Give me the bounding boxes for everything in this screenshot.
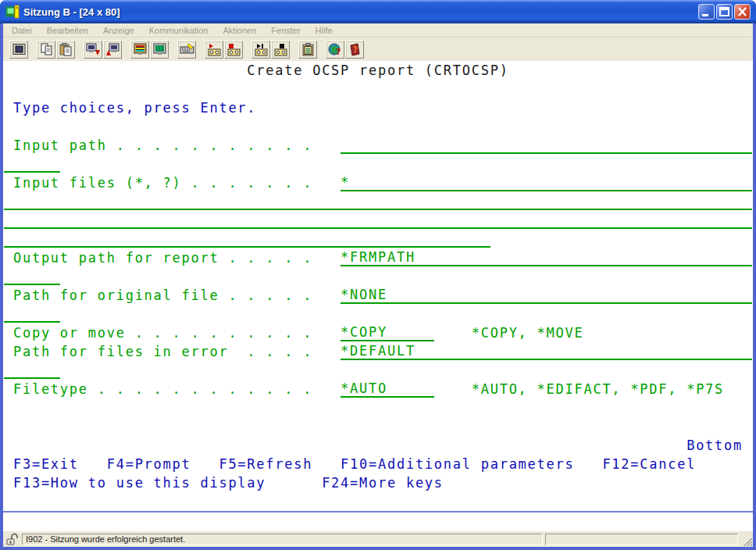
terminal-text: Create OCSP report (CRTOCSP) xyxy=(247,61,508,80)
minimize-button[interactable] xyxy=(698,4,715,20)
display-setup-icon xyxy=(133,43,148,56)
terminal-text: Input files (*, ?) . . . . . . . xyxy=(13,173,312,192)
clipboard-button[interactable] xyxy=(298,41,317,59)
terminal-input-field[interactable] xyxy=(341,136,752,154)
quit-record-button[interactable] xyxy=(224,41,243,59)
paste-icon xyxy=(59,43,73,56)
status-secondary-panel xyxy=(545,534,738,545)
send-file-button[interactable] xyxy=(84,41,102,59)
terminal-screen[interactable]: Create OCSP report (CRTOCSP)Type choices… xyxy=(3,61,753,511)
toolbar: ? ? xyxy=(3,38,753,61)
svg-text:?: ? xyxy=(336,47,341,56)
window-border-right xyxy=(753,23,756,547)
terminal-text: Input path . . . . . . . . . . . xyxy=(13,136,312,155)
display-session-button[interactable] xyxy=(150,41,169,59)
help-button[interactable]: ? xyxy=(345,41,364,59)
receive-file-icon xyxy=(105,43,120,56)
stop-macro-icon xyxy=(273,43,288,56)
record-macro-button[interactable] xyxy=(205,41,223,59)
web-help-icon: ? xyxy=(328,43,343,56)
keyboard-setup-icon xyxy=(180,43,194,56)
print-screen-icon xyxy=(12,43,27,56)
minimize-icon xyxy=(700,5,713,18)
terminal-input-field[interactable] xyxy=(4,155,60,173)
status-message-panel: I902 - Sitzung wurde erfolgreich gestart… xyxy=(22,534,543,545)
quit-record-icon xyxy=(226,43,241,56)
session-window: Sitzung B - [24 x 80] DateiBearbeitenAnz… xyxy=(0,0,756,550)
oia-area xyxy=(3,512,753,531)
close-icon xyxy=(736,5,749,18)
menu-item-hilfe[interactable]: Hilfe xyxy=(316,26,333,35)
terminal-text: Type choices, press Enter. xyxy=(13,98,256,117)
terminal-text: *AUTO, *EDIFACT, *PDF, *P7S xyxy=(472,380,724,398)
terminal-input-field[interactable] xyxy=(4,230,490,248)
window-border-bottom xyxy=(0,547,756,550)
title-bar[interactable]: Sitzung B - [24 x 80] xyxy=(0,0,756,23)
terminal-text: Bottom xyxy=(686,436,743,455)
close-button[interactable] xyxy=(734,4,751,20)
menu-item-bearbeiten[interactable]: Bearbeiten xyxy=(47,26,88,35)
play-macro-button[interactable] xyxy=(251,41,270,59)
terminal-input-field[interactable]: * xyxy=(341,173,752,191)
terminal-input-field[interactable] xyxy=(4,267,60,285)
resize-grip[interactable] xyxy=(743,537,753,547)
maximize-button[interactable] xyxy=(716,4,733,20)
terminal-input-field[interactable] xyxy=(4,305,60,323)
play-macro-icon xyxy=(254,43,269,56)
unlocked-padlock-icon xyxy=(5,533,20,545)
terminal-input-field[interactable] xyxy=(4,361,60,379)
terminal-text: Path for original file . . . . . xyxy=(13,286,312,305)
copy-button[interactable] xyxy=(37,41,55,59)
keyboard-setup-button[interactable] xyxy=(177,41,196,59)
menu-item-datei[interactable]: Datei xyxy=(12,26,32,35)
session-app-icon xyxy=(5,5,20,19)
window-border-left xyxy=(0,23,3,547)
terminal-text: F13=How to use this display F24=More key… xyxy=(13,473,444,492)
print-screen-button[interactable] xyxy=(9,41,28,59)
terminal-text: Copy or move . . . . . . . . . . xyxy=(13,323,312,342)
send-file-icon xyxy=(86,43,101,56)
status-message: I902 - Sitzung wurde erfolgreich gestart… xyxy=(26,534,185,544)
window-title: Sitzung B - [24 x 80] xyxy=(23,6,120,18)
help-icon: ? xyxy=(348,43,362,56)
menu-item-kommunikation[interactable]: Kommunikation xyxy=(149,26,209,35)
display-session-icon xyxy=(152,43,167,56)
terminal-input-field[interactable]: *NONE xyxy=(341,286,752,304)
menu-item-anzeige[interactable]: Anzeige xyxy=(103,26,134,35)
terminal-input-field[interactable]: *AUTO xyxy=(341,380,434,398)
terminal-input-field[interactable] xyxy=(4,211,752,229)
terminal-text: Path for files in error . . . . xyxy=(13,342,312,361)
paste-button[interactable] xyxy=(56,41,75,59)
web-help-button[interactable]: ? xyxy=(326,41,344,59)
stop-macro-button[interactable] xyxy=(271,41,290,59)
terminal-input-field[interactable]: *FRMPATH xyxy=(341,248,752,266)
terminal-input-field[interactable] xyxy=(4,192,752,210)
terminal-text: Output path for report . . . . . xyxy=(13,248,312,267)
svg-text:?: ? xyxy=(353,45,358,54)
terminal-text: F3=Exit F4=Prompt F5=Refresh F10=Additio… xyxy=(13,455,696,473)
terminal-input-field[interactable]: *COPY xyxy=(341,323,434,341)
display-setup-button[interactable] xyxy=(130,41,149,59)
clipboard-icon xyxy=(301,43,316,56)
terminal-input-field[interactable]: *DEFAULT xyxy=(341,342,752,360)
menu-bar: DateiBearbeitenAnzeigeKommunikationAktio… xyxy=(3,23,753,38)
copy-icon xyxy=(39,43,54,56)
menu-item-fenster[interactable]: Fenster xyxy=(271,26,300,35)
status-bar: I902 - Sitzung wurde erfolgreich gestart… xyxy=(3,531,753,547)
terminal-text: *COPY, *MOVE xyxy=(472,323,584,342)
terminal-text: Filetype . . . . . . . . . . . . xyxy=(13,380,312,398)
menu-item-aktionen[interactable]: Aktionen xyxy=(223,26,257,35)
record-macro-icon xyxy=(207,43,222,56)
maximize-icon xyxy=(718,5,731,18)
receive-file-button[interactable] xyxy=(103,41,122,59)
